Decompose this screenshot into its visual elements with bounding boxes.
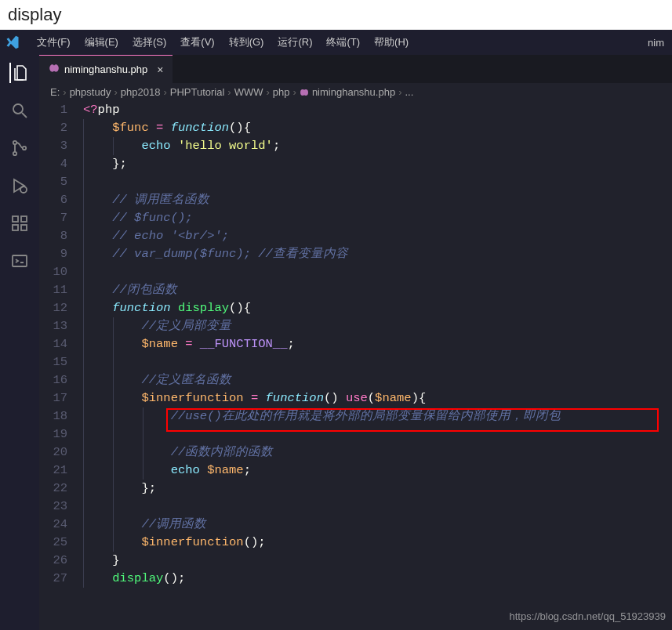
crumb-folder[interactable]: WWW <box>234 86 263 98</box>
breadcrumb-sep: › <box>114 86 117 98</box>
tab-bar: niminghanshu.php × <box>39 55 672 83</box>
line-number: 11 <box>45 281 67 299</box>
breadcrumb-sep: › <box>63 86 66 98</box>
code-line[interactable]: <?php <box>83 101 672 119</box>
title-text: nim <box>648 37 667 49</box>
breadcrumb-sep: › <box>227 86 231 98</box>
breadcrumb-sep: › <box>293 86 296 98</box>
line-gutter: 1234567891011121314151617181920212223242… <box>39 101 78 630</box>
line-number: 13 <box>45 317 67 335</box>
line-number: 20 <box>45 444 67 462</box>
svg-rect-10 <box>13 255 27 266</box>
code-content[interactable]: <?php $func = function(){ echo 'hello wo… <box>78 101 672 630</box>
menu-select[interactable]: 选择(S) <box>125 32 173 52</box>
search-icon[interactable] <box>9 100 30 121</box>
code-line[interactable]: echo $name; <box>83 462 672 480</box>
line-number: 15 <box>45 353 67 371</box>
explorer-icon[interactable] <box>9 63 30 83</box>
crumb-more[interactable]: ... <box>405 86 413 98</box>
code-line[interactable]: display(); <box>83 570 672 588</box>
line-number: 25 <box>45 534 67 552</box>
menu-help[interactable]: 帮助(H) <box>367 32 416 52</box>
line-number: 12 <box>45 299 67 317</box>
code-line[interactable]: }; <box>83 155 672 173</box>
php-file-icon <box>300 88 309 97</box>
code-line[interactable] <box>83 263 672 281</box>
code-line[interactable] <box>83 425 672 444</box>
menu-goto[interactable]: 转到(G) <box>222 32 271 52</box>
menubar: 文件(F) 编辑(E) 选择(S) 查看(V) 转到(G) 运行(R) 终端(T… <box>0 30 672 55</box>
terminal-panel-icon[interactable] <box>9 251 30 271</box>
source-control-icon[interactable] <box>9 138 30 158</box>
code-line[interactable]: //调用函数 <box>83 516 672 534</box>
code-line[interactable] <box>83 173 672 191</box>
line-number: 2 <box>45 119 67 137</box>
code-line[interactable]: //闭包函数 <box>83 281 672 299</box>
code-line[interactable]: }; <box>83 480 672 498</box>
tab-close-icon[interactable]: × <box>157 63 163 76</box>
line-number: 14 <box>45 335 67 353</box>
code-editor[interactable]: 1234567891011121314151617181920212223242… <box>39 101 672 630</box>
code-line[interactable]: //use()在此处的作用就是将外部的局部变量保留给内部使用，即闭包 <box>83 407 672 425</box>
breadcrumb-sep: › <box>163 86 166 98</box>
line-number: 10 <box>45 263 67 281</box>
line-number: 18 <box>45 407 67 425</box>
svg-point-2 <box>13 141 16 144</box>
crumb-folder[interactable]: php <box>273 86 290 98</box>
tab-filename: niminghanshu.php <box>64 63 147 75</box>
code-line[interactable]: // echo '<br/>'; <box>83 227 672 245</box>
vscode-window: 文件(F) 编辑(E) 选择(S) 查看(V) 转到(G) 运行(R) 终端(T… <box>0 30 672 630</box>
code-line[interactable]: $innerfunction(); <box>83 534 672 552</box>
line-number: 6 <box>45 191 67 209</box>
top-label: display <box>0 0 672 30</box>
crumb-file[interactable]: niminghanshu.php <box>312 86 395 98</box>
menu-file[interactable]: 文件(F) <box>30 32 78 52</box>
code-line[interactable]: // var_dump($func); //查看变量内容 <box>83 245 672 263</box>
crumb-drive[interactable]: E: <box>50 86 60 98</box>
svg-point-12 <box>53 64 59 71</box>
line-number: 23 <box>45 498 67 516</box>
line-number: 19 <box>45 425 67 444</box>
extensions-icon[interactable] <box>9 213 30 234</box>
code-line[interactable]: } <box>83 552 672 570</box>
run-debug-icon[interactable] <box>9 176 30 196</box>
line-number: 21 <box>45 462 67 480</box>
line-number: 17 <box>45 389 67 407</box>
svg-point-0 <box>13 104 23 114</box>
crumb-folder[interactable]: phpstudy <box>70 86 111 98</box>
crumb-folder[interactable]: PHPTutorial <box>170 86 225 98</box>
crumb-folder[interactable]: php2018 <box>121 86 161 98</box>
line-number: 26 <box>45 552 67 570</box>
menu-view[interactable]: 查看(V) <box>173 32 221 52</box>
code-line[interactable]: //定义局部变量 <box>83 317 672 335</box>
line-number: 16 <box>45 371 67 389</box>
code-line[interactable]: function display(){ <box>83 299 672 317</box>
line-number: 4 <box>45 155 67 173</box>
code-line[interactable]: //定义匿名函数 <box>83 371 672 389</box>
code-line[interactable]: $name = __FUNCTION__; <box>83 335 672 353</box>
php-file-icon <box>49 63 60 76</box>
svg-rect-9 <box>21 216 27 222</box>
svg-point-4 <box>23 147 26 150</box>
code-line[interactable] <box>83 353 672 371</box>
line-number: 7 <box>45 209 67 227</box>
menu-run[interactable]: 运行(R) <box>271 32 319 52</box>
svg-point-14 <box>303 89 308 96</box>
editor-area: niminghanshu.php × E:› phpstudy› php2018… <box>39 55 672 630</box>
code-line[interactable] <box>83 498 672 516</box>
breadcrumb[interactable]: E:› phpstudy› php2018› PHPTutorial› WWW›… <box>39 83 672 101</box>
code-line[interactable]: $func = function(){ <box>83 119 672 137</box>
code-line[interactable]: $innerfunction = function() use($name){ <box>83 389 672 407</box>
line-number: 24 <box>45 516 67 534</box>
menu-terminal[interactable]: 终端(T) <box>319 32 367 52</box>
code-line[interactable]: echo 'hello world'; <box>83 137 672 155</box>
code-line[interactable]: //函数内部的函数 <box>83 444 672 462</box>
tab-niminghanshu[interactable]: niminghanshu.php × <box>39 55 173 83</box>
code-line[interactable]: // $func(); <box>83 209 672 227</box>
menu-edit[interactable]: 编辑(E) <box>78 32 125 52</box>
code-line[interactable]: // 调用匿名函数 <box>83 191 672 209</box>
svg-point-3 <box>13 152 16 155</box>
line-number: 27 <box>45 570 67 588</box>
svg-rect-6 <box>13 216 18 222</box>
svg-line-1 <box>22 113 27 118</box>
